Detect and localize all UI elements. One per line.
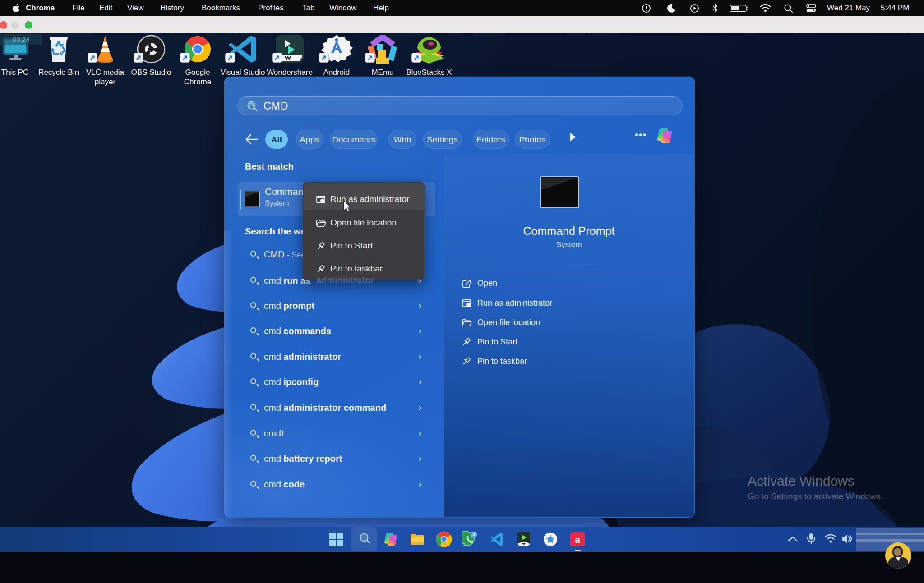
svg-text:a: a xyxy=(575,534,580,545)
svg-text:2: 2 xyxy=(473,532,476,537)
